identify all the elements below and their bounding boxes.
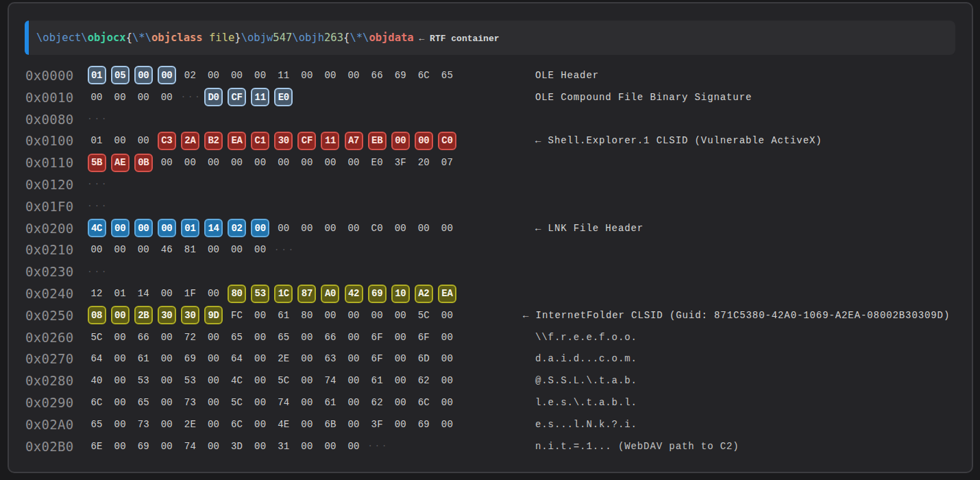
byte-slot: 00 [412, 219, 435, 237]
byte: 46 [161, 244, 173, 255]
byte: 00 [395, 310, 406, 321]
byte-slot: 00 [108, 375, 132, 386]
byte-highlight-oli: 53 [251, 285, 269, 303]
hex-dump: 0x0000 01050000020000001100000066696C65 … [9, 64, 972, 457]
byte-slot: 53 [249, 285, 272, 303]
byte-slot: 53 [132, 375, 155, 386]
byte-slot: 62 [412, 375, 435, 386]
byte-slot: 01 [85, 132, 108, 150]
byte-slot: 69 [178, 353, 201, 364]
byte-slot: 00 [201, 154, 225, 172]
byte-highlight-oli: 1C [274, 285, 293, 303]
byte-slot: C3 [155, 132, 178, 150]
byte-slot: 4E [272, 419, 295, 430]
byte-slot: 65 [225, 332, 249, 343]
byte: 00 [161, 288, 173, 299]
byte-slot: 30 [272, 132, 295, 150]
byte-highlight-ole: 01 [88, 66, 106, 84]
byte-slot: A0 [319, 285, 342, 303]
byte: 00 [347, 419, 359, 430]
byte-highlight-lnk: 00 [134, 219, 153, 237]
byte-slot: 00 [272, 219, 295, 237]
byte: 74 [278, 397, 289, 408]
byte-highlight-oli: 42 [345, 285, 363, 303]
byte-highlight-red: AE [111, 154, 130, 172]
byte-slot: 00 [319, 154, 342, 172]
row-address: 0x0010 [25, 90, 79, 105]
row-address: 0x0290 [25, 395, 79, 410]
hex-row: 0x0290 6C00650073005C007400610062006C00 … [9, 392, 972, 413]
byte: 00 [441, 353, 453, 364]
hex-row: 0x02B0 6E00690074003D0031000000··· n.i.t… [9, 435, 972, 457]
byte-slot: 01 [178, 219, 201, 237]
byte-slot: 00 [155, 397, 178, 408]
byte-slot: 00 [108, 219, 132, 237]
byte-slot: 20 [412, 154, 435, 172]
byte-slot: 40 [85, 375, 108, 386]
byte: 00 [301, 223, 313, 234]
hex-row: 0x0100 010000C32AB2EAC130CF11A7EB0000C0 … [9, 130, 972, 152]
byte-slot: 00 [249, 244, 272, 255]
byte-slot: 00 [155, 154, 178, 172]
byte: 00 [114, 441, 126, 452]
rtf-token-kw: \objw [241, 32, 273, 44]
byte: 00 [208, 441, 219, 452]
byte: 00 [114, 135, 126, 146]
byte-slot: EA [435, 285, 458, 303]
byte: 61 [371, 375, 383, 386]
byte: 81 [184, 244, 196, 255]
byte-highlight-oli: EA [438, 285, 456, 303]
rtf-token-kw: \object [36, 32, 81, 44]
byte-slot: 01 [85, 66, 108, 84]
byte-slot: C0 [365, 219, 389, 237]
byte-highlight-oli: A2 [415, 285, 433, 303]
byte-slot: 00 [389, 306, 412, 324]
byte: 00 [161, 441, 173, 452]
byte-highlight-red: C0 [438, 132, 456, 150]
byte-slot: FC [225, 306, 249, 324]
row-bytes: 01050000020000001100000066696C65 [85, 66, 459, 84]
byte: 61 [324, 397, 336, 408]
byte: 4C [231, 375, 243, 386]
byte-slot: 6F [365, 353, 389, 364]
byte-slot: AE [108, 154, 132, 172]
byte: 5C [418, 310, 430, 321]
byte-slot: 4C [225, 375, 249, 386]
byte-highlight-oli: 00 [111, 306, 130, 324]
row-annotation: ← LNK File Header [535, 223, 644, 234]
row-bytes: 120114001F0080531C87A0426910A2EA [85, 285, 459, 303]
byte-slot: 00 [249, 375, 272, 386]
byte-slot: 00 [342, 332, 365, 343]
byte-slot: 00 [435, 419, 458, 430]
byte-slot: 00 [201, 397, 225, 408]
byte-highlight-ole: 11 [251, 88, 269, 106]
byte: 00 [254, 70, 266, 81]
byte: 00 [395, 397, 406, 408]
byte-slot: 08 [85, 306, 108, 324]
byte: 69 [138, 441, 149, 452]
byte: 3D [231, 441, 243, 452]
byte: 00 [208, 288, 219, 299]
byte-slot: 5C [412, 306, 435, 324]
byte-highlight-lnk: 00 [158, 219, 176, 237]
byte-slot: 00 [132, 66, 155, 84]
byte: 74 [184, 441, 196, 452]
byte: 5C [231, 397, 243, 408]
byte: 00 [114, 332, 126, 343]
byte-slot: 00 [108, 132, 132, 150]
row-address: 0x0120 [25, 177, 79, 192]
byte: 64 [231, 353, 243, 364]
byte: 73 [138, 419, 149, 430]
byte: 6D [418, 353, 430, 364]
hex-row: 0x0120 ··· [9, 173, 972, 195]
byte-slot: 66 [132, 332, 155, 343]
byte: 00 [441, 375, 453, 386]
byte: 00 [301, 70, 313, 81]
byte-slot: 80 [225, 285, 249, 303]
byte: 00 [371, 310, 383, 321]
byte-slot: 0B [132, 154, 155, 172]
byte-slot: 12 [85, 285, 108, 303]
byte-slot: 6C [225, 419, 249, 430]
row-annotation: \\f.r.e.e.f.o.o. [535, 332, 637, 343]
byte-slot: 00 [319, 219, 342, 237]
